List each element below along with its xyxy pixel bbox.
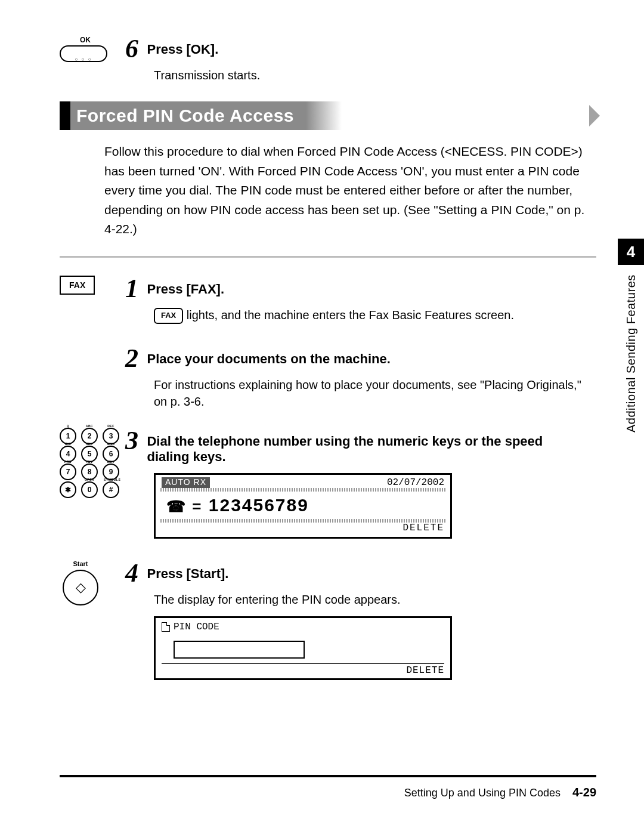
start-label: Start: [60, 560, 101, 567]
step-number: 6: [125, 36, 138, 62]
key-star: ✱: [60, 481, 76, 498]
step-4: Start ◇ 4 Press [Start]. The display for…: [60, 560, 596, 680]
chapter-tab: 4: [618, 239, 644, 265]
step-heading: Press [Start].: [147, 560, 228, 582]
step-number: 1: [125, 276, 138, 302]
key-hash: SYMBOLS#: [103, 481, 119, 498]
lcd-number: 123456789: [209, 495, 309, 515]
phone-icon: ☎ =: [166, 497, 202, 515]
page-footer: Setting Up and Using PIN Codes 4-29: [60, 775, 596, 799]
ok-label: OK: [60, 36, 111, 44]
step-heading: Dial the telephone number using the nume…: [147, 428, 564, 465]
lcd-mode: AUTO RX: [162, 477, 210, 488]
lcd-number-row: ☎ = 123456789: [160, 490, 445, 521]
divider: [60, 256, 596, 258]
lcd-pin-delete: DELETE: [162, 663, 444, 676]
diamond-icon: ◇: [76, 580, 86, 595]
step-1: FAX 1 Press [FAX]. FAX lights, and the m…: [60, 276, 596, 324]
ok-key-icon: [60, 45, 107, 62]
step-6: OK 6 Press [OK]. Transmission starts.: [60, 36, 596, 84]
step-heading: Press [FAX].: [147, 276, 224, 297]
step-number: 2: [125, 345, 138, 372]
ok-button-graphic: OK: [60, 36, 111, 62]
section-intro: Follow this procedure to dial when Force…: [104, 142, 596, 239]
step-heading: Place your documents on the machine.: [147, 345, 390, 367]
step-body: FAX lights, and the machine enters the F…: [125, 307, 596, 324]
step-3: Q1 ABC2 DEF3 GHI4 JKL5 MNO6 PRS7 TUV8 WX…: [60, 428, 596, 539]
step-body: For instructions explaining how to place…: [125, 376, 596, 410]
lcd-pin-input: [174, 641, 305, 659]
start-button-graphic: Start ◇: [60, 560, 101, 605]
lcd-delete: DELETE: [156, 520, 450, 537]
step-number: 4: [125, 560, 138, 586]
step-number: 3: [125, 428, 138, 454]
lcd-pin-display: PIN CODE DELETE: [154, 616, 452, 680]
side-label: Additional Sending Features: [624, 274, 638, 453]
start-key-icon: ◇: [63, 570, 98, 605]
lcd-pin-title: PIN CODE: [174, 622, 219, 632]
key-7: PRS7: [60, 464, 76, 480]
section-header: Forced PIN Code Access: [60, 101, 596, 130]
footer-section: Setting Up and Using PIN Codes: [404, 787, 561, 799]
key-0: OPER0: [81, 481, 98, 498]
step-body-text: lights, and the machine enters the Fax B…: [183, 308, 514, 322]
lcd-display: AUTO RX 02/07/2002 ☎ = 123456789 DELETE: [154, 473, 452, 539]
step-body: The display for entering the PIN code ap…: [125, 591, 596, 608]
footer-page: 4-29: [572, 786, 596, 799]
step-body: Transmission starts.: [125, 67, 596, 84]
numeric-keypad-icon: Q1 ABC2 DEF3 GHI4 JKL5 MNO6 PRS7 TUV8 WX…: [60, 428, 119, 498]
step-2: 2 Place your documents on the machine. F…: [60, 345, 596, 410]
section-title: Forced PIN Code Access: [70, 101, 306, 130]
document-icon: [162, 622, 170, 632]
fax-key-icon: FAX: [60, 276, 95, 295]
fax-chip-inline: FAX: [154, 308, 183, 323]
step-heading: Press [OK].: [147, 36, 218, 57]
lcd-date: 02/07/2002: [387, 477, 444, 488]
